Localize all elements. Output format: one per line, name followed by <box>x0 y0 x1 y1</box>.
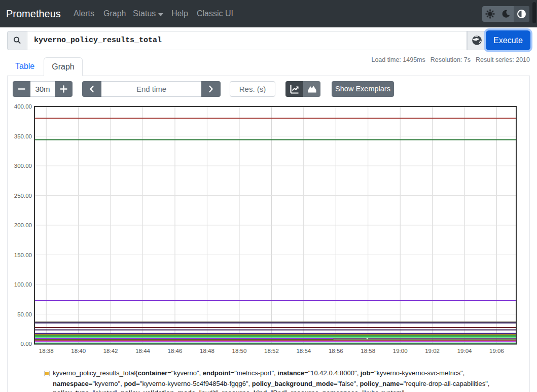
svg-text:18:54: 18:54 <box>296 348 311 354</box>
svg-text:18:50: 18:50 <box>232 348 247 354</box>
svg-text:0.00: 0.00 <box>21 341 32 347</box>
svg-text:250.00: 250.00 <box>14 193 32 199</box>
svg-text:19:06: 19:06 <box>489 348 504 354</box>
svg-text:19:02: 19:02 <box>425 348 440 354</box>
svg-text:200.00: 200.00 <box>14 222 32 228</box>
svg-text:18:38: 18:38 <box>39 348 54 354</box>
svg-text:18:44: 18:44 <box>135 348 150 354</box>
svg-text:100.00: 100.00 <box>14 281 32 288</box>
svg-text:19:00: 19:00 <box>393 348 408 354</box>
svg-text:18:46: 18:46 <box>168 348 183 354</box>
svg-text:18:58: 18:58 <box>361 348 375 354</box>
svg-text:50.00: 50.00 <box>17 311 32 317</box>
svg-text:18:56: 18:56 <box>329 348 343 354</box>
svg-text:150.00: 150.00 <box>14 252 32 258</box>
svg-text:18:48: 18:48 <box>200 348 214 354</box>
svg-text:18:42: 18:42 <box>103 348 118 354</box>
svg-text:18:52: 18:52 <box>264 348 279 354</box>
svg-text:18:40: 18:40 <box>71 348 86 354</box>
svg-text:350.00: 350.00 <box>14 133 32 139</box>
svg-text:400.00: 400.00 <box>14 103 32 110</box>
svg-text:300.00: 300.00 <box>14 163 32 169</box>
svg-text:19:04: 19:04 <box>457 348 472 354</box>
